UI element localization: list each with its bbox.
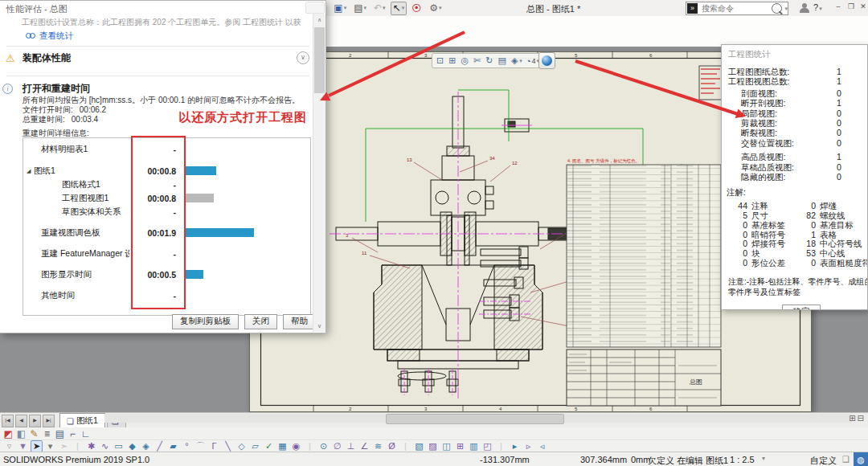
toolbar-icon[interactable]: ≋ [372, 440, 384, 452]
toolbar-icon[interactable]: ⊥ [345, 440, 357, 452]
toolbar-icon[interactable]: ▱ [249, 440, 261, 452]
scroll-up-icon[interactable]: ∧ [313, 14, 326, 26]
collapse-chevron-icon[interactable]: ∨ [297, 51, 309, 64]
tag-icon[interactable]: ❑ [842, 455, 850, 464]
toolbar-icon[interactable]: ▤ ▾ [351, 2, 369, 15]
toolbar-icon[interactable]: ▭ [113, 440, 125, 452]
toolbar-icon[interactable]: Ø [386, 440, 398, 452]
toolbar-icon[interactable]: ⌒ [194, 440, 207, 452]
toolbar-icon[interactable]: ▣ ▾ [331, 2, 349, 15]
format-tool-icon[interactable]: ⌐ [67, 428, 79, 439]
toolbar-icon[interactable]: ▼ [17, 440, 29, 452]
close-button[interactable]: ✕ [858, 0, 868, 13]
toolbar-icon[interactable]: ↖ ▾ [391, 2, 407, 15]
toolbar-icon[interactable]: ▹ [522, 440, 534, 452]
format-tool-icon[interactable]: ∟ [80, 428, 92, 439]
toolbar-icon[interactable]: ◫ [440, 440, 452, 452]
format-tool-icon[interactable]: ≡ [41, 428, 53, 439]
help-button[interactable]: ?▾ [813, 2, 822, 12]
user-account-icon[interactable] [800, 3, 809, 13]
toolbar-icon[interactable]: ➤ [31, 440, 43, 452]
bom-table[interactable]: 4. 图名、图号 升级件，标记为红色。 [567, 158, 721, 347]
view-tool-icon[interactable]: ◎ [461, 55, 470, 66]
toolbar-icon[interactable]: ◰ [481, 440, 493, 452]
search-dropdown-icon[interactable]: ▾ [784, 6, 788, 12]
toolbar-icon[interactable]: ◆ [126, 440, 138, 452]
tree-caret-icon[interactable]: ◢ [27, 168, 34, 174]
dialog-corner-button[interactable] [305, 2, 325, 14]
toolbar-icon[interactable]: ➣ [58, 440, 70, 452]
ok-button[interactable]: 确定 [782, 305, 821, 310]
toolbar-icon[interactable]: ▿ [3, 440, 15, 452]
toolbar-icon[interactable]: ∅ [331, 440, 343, 452]
toolbar-icon[interactable]: ▦ [276, 440, 289, 452]
assembly-performance-section[interactable]: ⚠ 装配体性能 [6, 51, 71, 65]
toolbar-icon[interactable]: | [495, 440, 507, 452]
toolbar-icon[interactable]: | [399, 440, 411, 452]
toolbar-icon[interactable]: ▧ [413, 440, 425, 452]
title-block[interactable]: 总图 [567, 350, 721, 406]
format-tool-icon[interactable]: ▤ [54, 428, 66, 439]
toolbar-icon[interactable]: ◃ [536, 440, 548, 452]
toolbar-icon[interactable]: ✓ [263, 440, 275, 452]
toolbar-icon[interactable]: ◉ [290, 440, 302, 452]
view-tool-icon[interactable]: ✄ [473, 55, 482, 66]
toolbar-icon[interactable]: ▸ [509, 440, 521, 452]
toolbar-icon[interactable]: | [72, 440, 84, 452]
toolbar-icon[interactable]: ▥ [468, 440, 480, 452]
help-button[interactable]: 帮助 [283, 314, 316, 329]
view-tool-icon[interactable]: ▤ [497, 55, 507, 66]
view-tool-icon[interactable]: ◈ ▾ [511, 55, 522, 66]
view-tool-icon[interactable]: ◔ 4 ▾ [526, 56, 539, 66]
view-orientation-sphere-button[interactable] [538, 52, 555, 69]
sheet-tab-active[interactable]: ❏ 图纸1 [59, 413, 105, 428]
web-help-icon[interactable]: ◍ [854, 452, 868, 466]
scrollbar-thumb[interactable] [314, 27, 325, 93]
search-box[interactable]: » ▾ [686, 2, 788, 15]
format-toolbar: ◩ ◧ ✎ ≡ ▤ ⌐ ∟ [0, 427, 868, 439]
toolbar-icon[interactable]: ╲ [222, 440, 234, 452]
search-input[interactable] [700, 3, 772, 14]
toolbar-icon[interactable]: ∠ [358, 440, 371, 452]
toolbar-icon[interactable]: ⊞ [454, 440, 466, 452]
tab-nav-button[interactable]: |◀ [2, 415, 14, 427]
tab-nav-button[interactable]: ▶| [43, 415, 55, 427]
view-tool-icon[interactable]: ↻ [485, 55, 494, 66]
tab-nav-button[interactable]: ▶ [29, 415, 41, 427]
search-icon[interactable] [772, 3, 782, 14]
toolbar-icon[interactable]: ╱ [154, 440, 166, 452]
units-dropdown-icon[interactable]: ▾ [833, 455, 836, 462]
format-tool-icon[interactable]: ◩ [2, 428, 14, 439]
toolbar-icon[interactable]: | [304, 440, 316, 452]
scale-dropdown-icon[interactable]: ▾ [762, 455, 765, 462]
toolbar-icon[interactable]: ↶ ▾ [371, 2, 388, 15]
copy-to-clipboard-button[interactable]: 复制到剪贴板 [172, 314, 239, 329]
toolbar-icon[interactable]: ⦿ [409, 2, 424, 15]
dialog-scrollbar[interactable]: ∧ ∨ [313, 14, 326, 332]
minimize-button[interactable]: – [833, 0, 844, 13]
toolbar-icon[interactable]: ◈ [140, 440, 152, 452]
toolbar-icon[interactable]: ⚙ ▾ [427, 2, 444, 15]
toolbar-icon[interactable]: ⊙ [317, 440, 330, 452]
close-button[interactable]: 关闭 [244, 314, 277, 329]
heads-up-view-toolbar[interactable]: ⊡ ⊞ ◎ ✄ [432, 53, 544, 68]
scroll-down-icon[interactable]: ∨ [313, 320, 326, 332]
toolbar-icon[interactable]: ∿ [99, 440, 111, 452]
sheet-scale[interactable]: 1 : 2.5 [730, 455, 755, 464]
format-tool-icon[interactable]: ◧ [15, 428, 27, 439]
view-tool-icon[interactable]: ⊞ [448, 55, 457, 66]
pane-split-icons[interactable]: ⊞⊟ [849, 414, 866, 423]
tab-nav-button[interactable]: ◀ [15, 415, 27, 427]
toolbar-icon[interactable]: ✱ [85, 440, 97, 452]
restore-button[interactable]: ❐ [845, 0, 857, 13]
toolbar-icon[interactable]: ◇ [235, 440, 248, 452]
toolbar-icon[interactable]: ° [181, 440, 193, 452]
horizontal-scrollbar-thumb[interactable] [386, 414, 564, 424]
format-tool-icon[interactable]: ✎ [28, 428, 40, 439]
toolbar-icon[interactable]: ▨ [427, 440, 439, 452]
toolbar-icon[interactable]: Γ [208, 440, 220, 452]
toolbar-icon[interactable]: ▾ [44, 440, 56, 452]
view-tool-icon[interactable]: ⊡ [436, 55, 445, 66]
view-statistics-link[interactable]: 查看统计 [26, 31, 73, 42]
toolbar-icon[interactable]: ▰ [167, 440, 179, 452]
